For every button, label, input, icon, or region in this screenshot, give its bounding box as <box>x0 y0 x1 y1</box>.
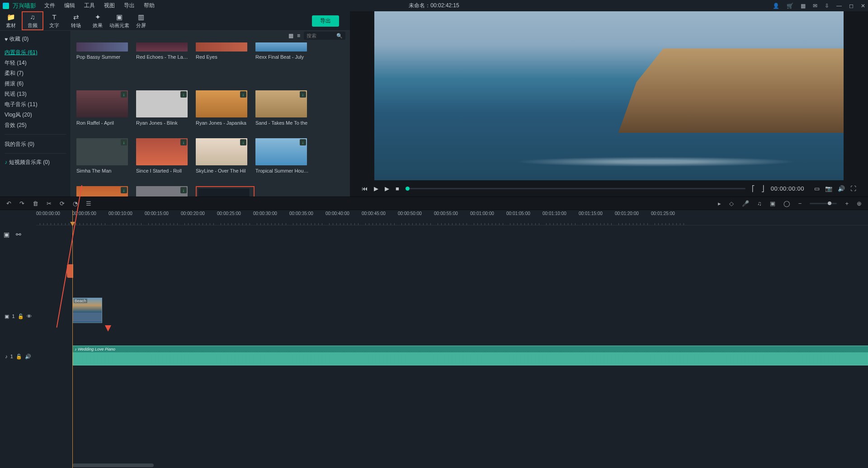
media-item[interactable]: Pop Bassy Summer <box>76 42 130 88</box>
menu-help[interactable]: 帮助 <box>144 2 155 9</box>
sidebar-cat-young[interactable]: 年轻 (14) <box>5 58 66 68</box>
sidebar-favorites[interactable]: ♥收藏 (0) <box>5 35 66 43</box>
sidebar-cat-sfx[interactable]: 音效 (25) <box>5 120 66 131</box>
mixer-icon[interactable]: ♫ <box>757 200 762 207</box>
zoom-fit-icon[interactable]: ⊕ <box>857 200 862 207</box>
download-icon[interactable]: ↓ <box>240 139 246 145</box>
preview-slider[interactable] <box>406 188 745 189</box>
lock-icon[interactable]: 🔓 <box>18 314 24 319</box>
search-icon[interactable]: 🔍 <box>336 33 343 39</box>
media-item[interactable]: ↓Ryan Jones - Blink <box>136 90 189 136</box>
undo-icon[interactable]: ↶ <box>6 200 11 207</box>
media-item[interactable]: Red Echoes - The Last P <box>136 42 189 88</box>
sidebar-cat-builtin[interactable]: 内置音乐 (61) <box>5 47 66 58</box>
tab-media[interactable]: 📁素材 <box>0 11 22 30</box>
export-button[interactable]: 导出 <box>312 15 339 27</box>
marker-icon[interactable]: ◇ <box>729 200 734 207</box>
tab-audio[interactable]: ♫音频 <box>22 11 43 30</box>
media-item[interactable]: ↓Wedding Love Piano <box>76 186 130 197</box>
menu-view[interactable]: 视图 <box>104 2 115 9</box>
playhead[interactable] <box>72 210 73 468</box>
tab-elements[interactable]: ▣动画元素 <box>108 11 130 30</box>
redo-icon[interactable]: ↷ <box>19 200 24 207</box>
download-icon[interactable]: ↓ <box>300 139 306 145</box>
menu-tools[interactable]: 工具 <box>84 2 95 9</box>
gallery-icon[interactable]: ▦ <box>801 3 806 9</box>
media-item[interactable]: ↓Sand - Takes Me To the <box>255 90 309 136</box>
stop-icon[interactable]: ■ <box>396 185 399 192</box>
menu-export[interactable]: 导出 <box>124 2 135 9</box>
media-item[interactable]: ♪₊导入音乐 <box>196 186 255 197</box>
cart-icon[interactable]: 🛒 <box>787 3 793 9</box>
sidebar-cat-electronic[interactable]: 电子音乐 (11) <box>5 99 66 110</box>
list-view-icon[interactable]: ≡ <box>297 33 300 39</box>
tab-split[interactable]: ▥分屏 <box>130 11 152 30</box>
search-input[interactable] <box>307 33 336 38</box>
media-item[interactable]: ↓Since I Started - Roll <box>136 138 189 183</box>
menu-edit[interactable]: 编辑 <box>64 2 75 9</box>
adjust-icon[interactable]: ☰ <box>86 200 91 207</box>
sidebar-cat-folk[interactable]: 民谣 (13) <box>5 89 66 99</box>
media-item[interactable]: ↓Simha The Man <box>76 138 130 183</box>
render-icon[interactable]: ▸ <box>718 200 721 207</box>
time-ruler[interactable]: 00:00:00:0000:00:05:0000:00:10:0000:00:1… <box>36 210 868 225</box>
minimize-icon[interactable]: — <box>836 3 842 9</box>
link-icon[interactable]: ⚯ <box>16 231 21 238</box>
snapshot-icon[interactable]: 📷 <box>825 185 832 192</box>
mark-in-icon[interactable]: ⎡ <box>752 185 755 192</box>
media-item[interactable]: ↓Ron Raffel - April <box>76 90 130 136</box>
tab-text[interactable]: T文字 <box>43 11 65 30</box>
sidebar-short-video[interactable]: ♪短视频音乐库 (0) <box>5 157 66 168</box>
timeline-body[interactable]: 00:00:00:0000:00:05:0000:00:10:0000:00:1… <box>36 210 868 468</box>
media-item[interactable]: ↓Ryan Jones - Japanika <box>196 90 249 136</box>
cut-icon[interactable]: ✂ <box>47 200 52 207</box>
sidebar-my-music[interactable]: 我的音乐 (0) <box>5 139 66 150</box>
download-icon[interactable]: ↓ <box>240 91 246 98</box>
circle-icon[interactable]: ◯ <box>783 200 790 207</box>
search-box[interactable]: 🔍 <box>304 32 345 40</box>
sidebar-cat-soft[interactable]: 柔和 (7) <box>5 68 66 79</box>
media-item[interactable]: ↓SkyLine - Over The Hil <box>196 138 249 183</box>
fullscreen-icon[interactable]: ⛶ <box>850 185 856 192</box>
record-icon[interactable]: 🎤 <box>742 200 749 207</box>
video-clip[interactable]: Beach <box>72 298 102 323</box>
video-track-header[interactable]: ▣ 1 🔓 👁 <box>0 298 36 335</box>
maximize-icon[interactable]: ◻ <box>849 3 854 9</box>
grid-view-icon[interactable]: ▦ <box>288 33 293 39</box>
tab-effects[interactable]: ✦效果 <box>87 11 108 30</box>
media-item[interactable]: ↓Yellow Ribbon - We Wil <box>136 186 189 197</box>
audio-track-header[interactable]: ♪ 1 🔓 🔊 <box>0 346 36 367</box>
mic-icon[interactable]: ⇩ <box>825 3 829 9</box>
volume-icon[interactable]: 🔊 <box>838 185 845 192</box>
sidebar-cat-rock[interactable]: 摇滚 (6) <box>5 79 66 89</box>
download-icon[interactable]: ↓ <box>180 139 187 145</box>
lock-icon[interactable]: 🔓 <box>16 354 22 360</box>
clock-icon[interactable]: ◔ <box>73 200 78 207</box>
play-icon[interactable]: ▶ <box>374 185 378 192</box>
crop-icon[interactable]: ▣ <box>770 200 775 207</box>
close-icon[interactable]: ✕ <box>861 3 865 9</box>
delete-icon[interactable]: 🗑 <box>33 200 38 207</box>
fit-icon[interactable]: ▭ <box>814 185 820 192</box>
download-icon[interactable]: ↓ <box>180 187 187 193</box>
mark-out-icon[interactable]: ⎦ <box>761 185 764 192</box>
prev-frame-icon[interactable]: ⏮ <box>362 185 368 192</box>
media-item[interactable]: Red Eyes <box>196 42 249 88</box>
horizontal-scrollbar[interactable] <box>72 463 154 467</box>
sidebar-cat-vlog[interactable]: Vlog风 (20) <box>5 110 66 120</box>
download-icon[interactable]: ↓ <box>121 187 127 193</box>
audio-clip[interactable]: ♪ Wedding Love Piano <box>72 346 868 365</box>
media-item[interactable]: Rexx Final Beat - July <box>255 42 309 88</box>
download-icon[interactable]: ↓ <box>180 91 187 98</box>
next-icon[interactable]: ▶ <box>385 185 389 192</box>
mute-icon[interactable]: 🔊 <box>25 354 31 360</box>
menu-file[interactable]: 文件 <box>44 2 55 9</box>
zoom-in-icon[interactable]: + <box>845 200 849 207</box>
download-icon[interactable]: ↓ <box>121 91 127 98</box>
refresh-icon[interactable]: ⟳ <box>60 200 65 207</box>
manage-tracks-icon[interactable]: ▣ <box>4 231 9 238</box>
account-icon[interactable]: 👤 <box>773 3 779 9</box>
preview-video[interactable] <box>374 11 844 180</box>
zoom-out-icon[interactable]: − <box>798 200 802 207</box>
download-icon[interactable]: ↓ <box>300 91 306 98</box>
